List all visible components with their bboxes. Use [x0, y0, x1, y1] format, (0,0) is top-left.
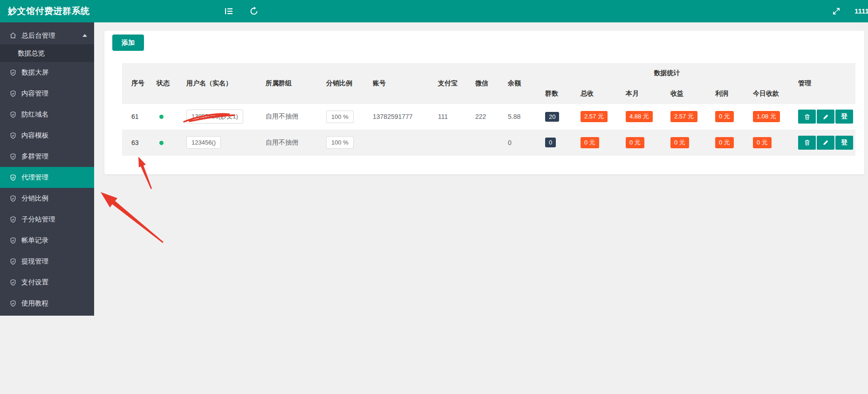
chevron-up-icon	[82, 34, 87, 37]
alipay-cell	[433, 130, 471, 155]
sidebar-item-label: 使用教程	[21, 299, 48, 308]
sidebar-item[interactable]: 子分站管理	[0, 209, 94, 230]
sidebar-item-label: 数据大屏	[21, 68, 48, 77]
stat-badge: 1.08 元	[753, 111, 780, 122]
sidebar-item[interactable]: 支付设置	[0, 272, 94, 293]
balance-cell: 0	[503, 130, 540, 155]
ratio-field[interactable]: 100 %	[326, 111, 354, 123]
column-header: 序号	[122, 63, 152, 104]
delete-button[interactable]	[798, 136, 816, 150]
ratio-field[interactable]: 100 %	[326, 136, 354, 149]
stat-badge: 2.57 元	[581, 111, 608, 122]
shield-icon	[9, 237, 17, 244]
menu-fold-icon[interactable]	[224, 7, 233, 16]
table-row: 63 123456() 自用不抽佣 100 % 0 0 0 元 0 元 0 元 …	[122, 130, 855, 155]
shield-icon	[9, 216, 17, 223]
shield-icon	[9, 300, 17, 307]
manage-column-header: 管理	[793, 63, 855, 104]
group-name: 自用不抽佣	[266, 138, 298, 146]
content-card: 添加 序号 状态 用户名（实名） 所属群组 分销比例 账号 支付宝 微信	[104, 31, 864, 174]
column-header: 支付宝	[433, 63, 471, 104]
sidebar-item-label: 支付设置	[21, 278, 48, 287]
sidebar-item[interactable]: 数据大屏	[0, 62, 94, 83]
refresh-icon[interactable]	[249, 7, 259, 16]
stat-column-header: 群数	[540, 83, 576, 104]
sidebar-item-label: 提现管理	[21, 257, 48, 266]
stat-column-header: 今日收款	[748, 83, 793, 104]
sidebar-item-label: 数据总览	[18, 49, 45, 58]
sidebar-item-label: 内容模板	[21, 131, 48, 140]
column-header: 分销比例	[321, 63, 368, 104]
sidebar-item[interactable]: 防红域名	[0, 104, 94, 125]
wechat-cell	[471, 130, 503, 155]
stat-badge: 0 元	[581, 137, 599, 148]
row-actions: 登	[798, 136, 853, 150]
sidebar-item-label: 多群管理	[21, 152, 48, 161]
sidebar-item[interactable]: 数据总览	[0, 44, 94, 62]
account-cell: 13782591777	[368, 104, 433, 130]
top-header: 妙文馆付费进群系统 1111	[0, 0, 868, 22]
sidebar-item-label: 帐单记录	[21, 236, 48, 245]
column-header: 余额	[503, 63, 540, 104]
column-header: 状态	[152, 63, 182, 104]
shield-icon	[9, 195, 17, 202]
shield-icon	[9, 111, 17, 118]
sidebar-item-label: 代理管理	[21, 173, 48, 182]
sidebar-menu: 数据总览 数据大屏 内容管理 防红域名 内容模板 多群管理 代理管理	[0, 44, 94, 314]
shield-icon	[9, 69, 17, 76]
balance-cell: 5.88	[503, 104, 540, 130]
row-actions: 登	[798, 110, 853, 124]
app-title: 妙文馆付费进群系统	[8, 0, 90, 22]
delete-button[interactable]	[798, 110, 816, 124]
annotation-arrow-large	[101, 192, 164, 243]
sidebar-item-label: 内容管理	[21, 89, 48, 98]
row-id: 61	[131, 113, 139, 120]
user-menu[interactable]: 1111	[854, 0, 868, 22]
fullscreen-icon[interactable]	[832, 7, 841, 15]
sidebar-item[interactable]: 内容模板	[0, 125, 94, 146]
sidebar-item[interactable]: 使用教程	[0, 293, 94, 314]
stat-column-header: 本月	[621, 83, 666, 104]
sidebar-item-label: 防红域名	[21, 110, 48, 119]
row-id: 63	[131, 139, 139, 146]
stat-badge: 4.88 元	[626, 111, 653, 122]
username-field[interactable]: 13855556(妙文1)	[186, 110, 243, 124]
stats-group-header: 数据统计	[540, 63, 793, 83]
sidebar-item[interactable]: 多群管理	[0, 146, 94, 167]
stat-badge: 0 元	[753, 137, 772, 148]
stat-badge: 0 元	[626, 137, 644, 148]
status-dot	[159, 115, 164, 119]
username-field[interactable]: 123456()	[186, 136, 221, 149]
agent-table-body: 61 13855556(妙文1) 自用不抽佣 100 % 13782591777…	[122, 104, 855, 155]
edit-button[interactable]	[817, 110, 834, 124]
column-header: 所属群组	[261, 63, 321, 104]
table-row: 61 13855556(妙文1) 自用不抽佣 100 % 13782591777…	[122, 104, 855, 130]
account-cell	[368, 130, 433, 155]
column-header: 用户名（实名）	[182, 63, 261, 104]
sidebar-item[interactable]: 帐单记录	[0, 230, 94, 251]
sidebar-group-admin[interactable]: 总后台管理	[0, 27, 94, 44]
column-header: 账号	[368, 63, 433, 104]
edit-button[interactable]	[817, 136, 834, 150]
add-button[interactable]: 添加	[112, 35, 144, 51]
group-count-badge: 20	[545, 112, 559, 122]
stat-badge: 0 元	[715, 137, 734, 148]
group-count-badge: 0	[545, 138, 556, 147]
sidebar-item[interactable]: 提现管理	[0, 251, 94, 272]
sidebar-item[interactable]: 代理管理	[0, 167, 94, 188]
wechat-cell: 222	[471, 104, 503, 130]
sidebar-item[interactable]: 内容管理	[0, 83, 94, 104]
shield-icon	[9, 174, 17, 181]
group-name: 自用不抽佣	[266, 112, 298, 120]
login-button[interactable]: 登	[835, 110, 853, 124]
shield-icon	[9, 279, 17, 286]
shield-icon	[9, 153, 17, 160]
stat-column-header: 收益	[666, 83, 711, 104]
sidebar-item[interactable]: 分销比例	[0, 188, 94, 209]
stat-column-header: 利润	[711, 83, 748, 104]
sidebar-item-label: 子分站管理	[21, 215, 55, 224]
status-dot	[159, 141, 164, 145]
login-button[interactable]: 登	[835, 136, 853, 150]
stat-badge: 0 元	[715, 111, 734, 122]
shield-icon	[9, 90, 17, 97]
